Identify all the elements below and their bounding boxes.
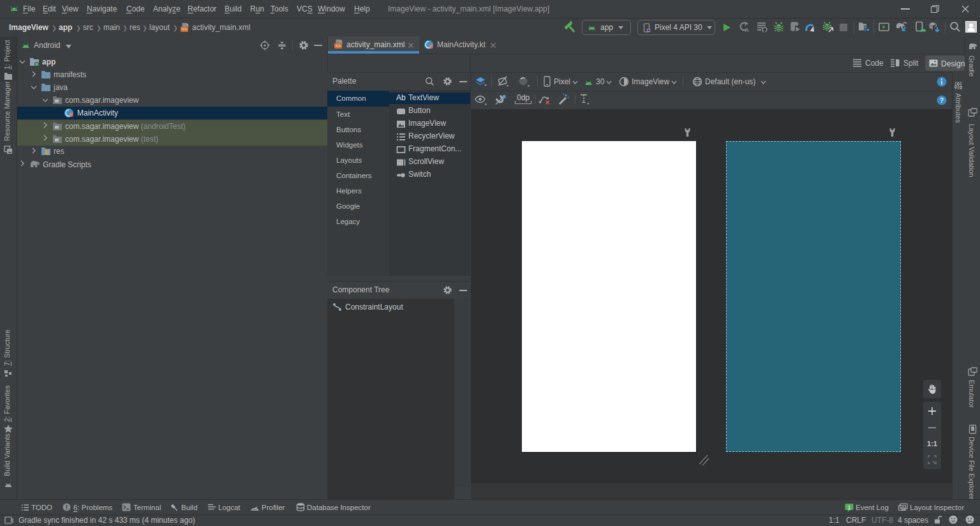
svg-text:?: ? bbox=[940, 96, 944, 104]
svg-text:A: A bbox=[745, 27, 748, 33]
svg-text:<>: <> bbox=[336, 43, 341, 49]
svg-text:1: 1 bbox=[847, 504, 850, 511]
svg-text:<>: <> bbox=[182, 26, 188, 32]
